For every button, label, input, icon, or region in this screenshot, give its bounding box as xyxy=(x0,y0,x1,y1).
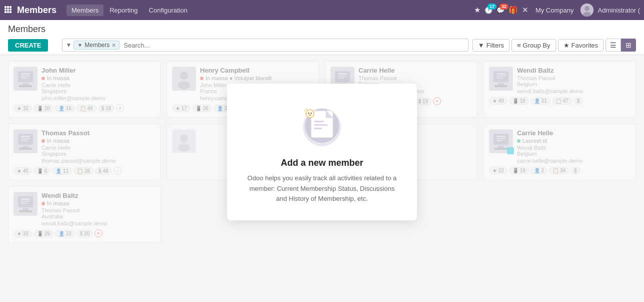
card-company: Thomas Passot xyxy=(42,207,155,213)
tag: 📱 20 xyxy=(34,105,54,112)
top-nav: Members Members Reporting Configuration … xyxy=(0,0,644,20)
tag: ★ 17 xyxy=(172,105,190,112)
card-status: In massa xyxy=(42,75,155,81)
grid-icon[interactable] xyxy=(4,6,12,15)
company-name[interactable]: My Company xyxy=(536,7,574,14)
filter-icon: ▼ xyxy=(66,42,72,49)
svg-rect-33 xyxy=(496,78,502,79)
svg-rect-57 xyxy=(21,203,27,204)
close-icon[interactable]: ✕ xyxy=(522,6,528,15)
svg-rect-6 xyxy=(4,11,6,13)
tag: ★ 32 xyxy=(14,105,32,112)
card-status: Laoreet id xyxy=(517,138,630,144)
svg-rect-24 xyxy=(338,73,347,75)
card-email: thomas.passot@sample.demo xyxy=(42,158,155,164)
group-by-button[interactable]: ≡ Group By xyxy=(512,39,556,52)
svg-point-45 xyxy=(178,144,190,152)
action-circle[interactable]: ✕ xyxy=(94,229,102,237)
menu-members[interactable]: Members xyxy=(66,5,104,16)
card-avatar xyxy=(489,67,513,91)
svg-point-10 xyxy=(584,6,590,11)
tag: $ xyxy=(574,97,584,105)
card-location: Singapore xyxy=(42,151,155,157)
card-company: Wendi Baltz xyxy=(517,145,630,151)
tag: 📋 48 xyxy=(76,105,96,112)
activity-count: 17 xyxy=(488,4,496,10)
card-name: John Miller xyxy=(42,67,155,74)
card-status: In massa ● Volutpat blandit xyxy=(200,75,314,81)
kanban-view-button[interactable]: ⊞ xyxy=(621,39,636,52)
subheader: Members CREATE ▼ ▼ Members ✕ ▼ Filters ≡… xyxy=(0,20,644,55)
message-badge[interactable]: 💬 32 xyxy=(496,7,504,14)
svg-rect-3 xyxy=(4,9,6,11)
empty-state-card: Add a new member Odoo helps you easily t… xyxy=(227,84,417,220)
menu-configuration[interactable]: Configuration xyxy=(144,5,192,16)
favorites-label: Favorites xyxy=(572,42,598,49)
list-item[interactable]: Carrie Helle Laoreet id Wendi Baltz Belg… xyxy=(484,124,636,180)
svg-rect-8 xyxy=(10,11,12,13)
filter-tag-members[interactable]: ▼ Members ✕ xyxy=(74,41,120,50)
svg-rect-68 xyxy=(314,128,322,129)
action-circle[interactable]: ● xyxy=(116,104,124,112)
tag: 👤 16 xyxy=(55,105,75,112)
page-title: Members xyxy=(8,24,636,35)
svg-line-74 xyxy=(306,109,307,110)
status-text: Laoreet id xyxy=(522,138,547,144)
card-avatar xyxy=(14,192,38,216)
avatar[interactable] xyxy=(580,4,594,17)
card-tags: ★ 22 📱 18 👤 2 📋 34 $ xyxy=(489,167,630,174)
svg-rect-52 xyxy=(494,148,508,150)
action-circle[interactable]: ○ xyxy=(114,167,122,175)
svg-rect-40 xyxy=(21,140,27,141)
activity-badge[interactable]: 🕐 17 xyxy=(484,7,492,14)
gift-icon[interactable]: 🎁 xyxy=(508,6,518,15)
favorites-button[interactable]: ★ Favorites xyxy=(558,39,604,52)
svg-rect-59 xyxy=(19,210,32,212)
svg-rect-55 xyxy=(21,198,30,200)
status-dot xyxy=(200,77,204,80)
svg-point-72 xyxy=(308,113,309,114)
svg-rect-56 xyxy=(21,201,30,202)
empty-state-description: Odoo helps you easily track all activiti… xyxy=(247,173,397,204)
svg-rect-4 xyxy=(7,9,9,11)
filter-tag-close[interactable]: ✕ xyxy=(112,42,116,49)
filter-funnel-icon: ▼ xyxy=(478,42,484,49)
svg-rect-35 xyxy=(494,85,508,87)
filters-button[interactable]: ▼ Filters xyxy=(472,39,510,52)
card-tags: ★ 32 📱 20 👤 16 📋 48 $ 18 ● xyxy=(14,104,155,112)
status-dot xyxy=(42,139,45,143)
tag: $ 19 xyxy=(415,98,432,105)
tag: ★ 33 xyxy=(14,230,32,237)
status-text: In massa xyxy=(47,75,70,81)
list-view-button[interactable]: ☰ xyxy=(606,39,621,52)
list-item[interactable]: Wendi Baltz In massa Thomas Passot Austr… xyxy=(8,186,160,243)
svg-rect-16 xyxy=(21,78,27,79)
card-email: wendi.baltz@sample.demo xyxy=(42,220,155,226)
card-location: Australia xyxy=(42,213,155,219)
list-item[interactable]: Wendi Baltz Thomas Passot Belgium wendi.… xyxy=(484,61,636,118)
search-input[interactable] xyxy=(122,42,464,49)
svg-rect-67 xyxy=(314,124,328,126)
status-text: In massa xyxy=(47,200,70,206)
card-company: Carrie Helle xyxy=(42,82,155,88)
star-icon[interactable]: ★ xyxy=(474,6,480,15)
tag: ★ 45 xyxy=(14,167,32,175)
tag: 📱 29 xyxy=(34,230,54,237)
username[interactable]: Administrator ( xyxy=(598,7,640,14)
menu-reporting[interactable]: Reporting xyxy=(104,5,142,16)
svg-point-21 xyxy=(178,81,190,89)
list-item[interactable]: John Miller In massa Carrie Helle Singap… xyxy=(8,61,160,118)
card-email: john.miller@sample.demo xyxy=(42,95,155,101)
tag: 📱 26 xyxy=(192,105,212,112)
svg-rect-31 xyxy=(496,73,506,75)
list-item[interactable]: Thomas Passot In massa Carrie Helle Sing… xyxy=(8,124,160,180)
action-circle[interactable]: ✕ xyxy=(433,97,441,105)
card-company: Thomas Passot xyxy=(517,75,630,81)
create-button[interactable]: CREATE xyxy=(8,39,48,52)
svg-rect-0 xyxy=(4,6,6,8)
card-avatar xyxy=(489,129,513,153)
card-name: Wendi Baltz xyxy=(42,192,155,199)
card-info: Wendi Baltz Thomas Passot Belgium wendi.… xyxy=(517,67,630,94)
tag: ★ 22 xyxy=(489,167,508,174)
subheader-row: CREATE ▼ ▼ Members ✕ ▼ Filters ≡ Group B… xyxy=(8,39,636,52)
